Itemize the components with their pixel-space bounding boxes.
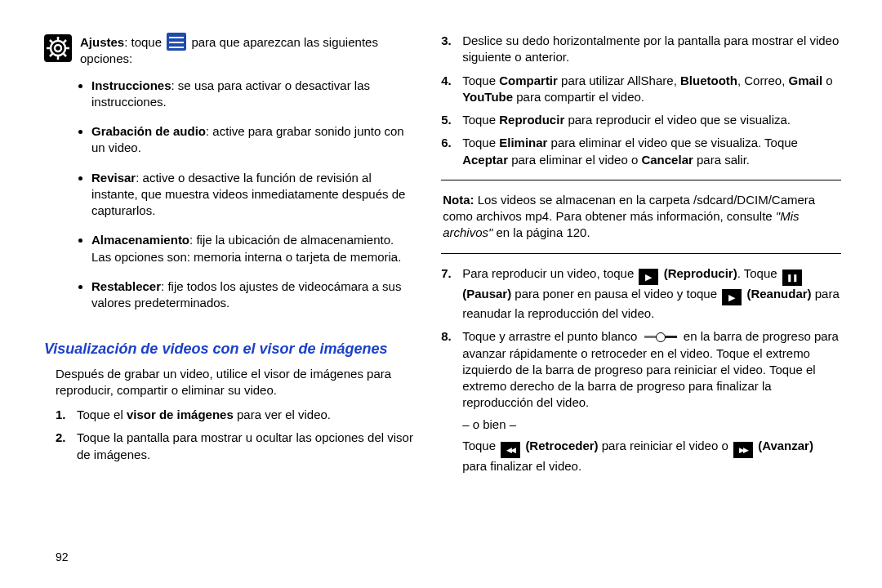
page-number: 92 (56, 550, 69, 565)
step-item: 8. Toque y arrastre el punto blanco en l… (441, 328, 841, 474)
step-item: 4. Toque Compartir para utilizar AllShar… (441, 73, 841, 106)
list-item: Revisar: active o desactive la función d… (91, 170, 413, 220)
divider (441, 253, 841, 254)
o-bien: – o bien – (462, 416, 841, 433)
ajustes-label: Ajustes (80, 35, 124, 49)
step-item: 5. Toque Reproducir para reproducir el v… (441, 112, 841, 128)
section-title: Visualización de videos con el visor de … (44, 339, 413, 359)
list-item: Grabación de audio: active para grabar s… (91, 123, 413, 157)
options-list: Instrucciones: se usa para activar o des… (44, 78, 413, 312)
step-item: 2. Toque la pantalla para mostrar u ocul… (56, 430, 413, 463)
step-item: 3. Deslice su dedo horizontalmente por l… (441, 33, 841, 66)
play-icon (639, 269, 658, 285)
steps-right-b: 7. Para reproducir un video, toque (Repr… (441, 265, 841, 475)
divider (441, 180, 841, 180)
sliders-icon (167, 33, 186, 51)
step-item: 7. Para reproducir un video, toque (Repr… (441, 265, 841, 323)
list-item: Almacenamiento: fije la ubicación de alm… (91, 232, 413, 265)
list-item: Restablecer: fije todos los ajustes de v… (91, 278, 413, 312)
manual-page: Ajustes: toque para que aparezcan las si… (0, 0, 882, 588)
progress-dot-icon (644, 331, 677, 342)
right-column: 3. Deslice su dedo horizontalmente por l… (441, 33, 841, 572)
left-column: Ajustes: toque para que aparezcan las si… (44, 33, 413, 572)
pause-icon (782, 270, 802, 286)
step-item: 6. Toque Eliminar para eliminar el video… (441, 135, 841, 168)
ajustes-text: Ajustes: toque para que aparezcan las si… (80, 33, 413, 68)
rewind-icon (501, 442, 520, 458)
gear-icon (44, 34, 72, 62)
list-item: Instrucciones: se usa para activar o des… (91, 78, 413, 111)
forward-icon (733, 442, 753, 458)
ajustes-block: Ajustes: toque para que aparezcan las si… (44, 33, 413, 68)
step-item: 1. Toque el visor de imágenes para ver e… (56, 407, 413, 423)
resume-icon (722, 289, 742, 305)
section-intro: Después de grabar un video, utilice el v… (56, 366, 413, 399)
steps-left: 1. Toque el visor de imágenes para ver e… (44, 407, 413, 463)
nota-block: Nota: Los videos se almacenan en la carp… (441, 192, 841, 242)
steps-right-a: 3. Deslice su dedo horizontalmente por l… (441, 33, 841, 168)
